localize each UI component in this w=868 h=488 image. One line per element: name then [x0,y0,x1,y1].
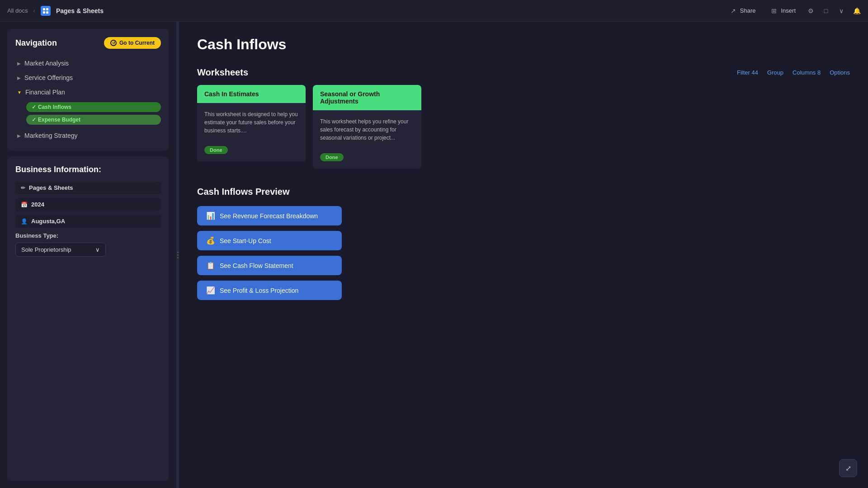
worksheet-card-cash-in-estimates[interactable]: Cash In Estimates This worksheet is desi… [197,85,306,169]
expand-icon: ⤢ [845,464,851,473]
navigation-panel: Navigation ↺ Go to Current ▶ Market Anal… [7,29,169,151]
main-layout: Navigation ↺ Go to Current ▶ Market Anal… [0,22,868,488]
checkmark-icon: ✓ [32,117,36,123]
business-type-label: Business Type: [15,232,161,239]
worksheet-card-body: This worksheet helps you refine your sal… [313,110,421,149]
worksheets-section-header: Worksheets Filter 44 Group Columns 8 Opt… [197,67,850,78]
worksheet-card-seasonal-growth[interactable]: Seasonal or Growth Adjustments This work… [313,85,421,169]
chart-icon: 📊 [206,211,215,220]
chevron-right-icon: ▶ [17,75,21,80]
trend-icon: 📈 [206,286,215,295]
topbar: All docs ‹ Pages & Sheets ↗ Share ⊞ Inse… [0,0,868,22]
business-info-title: Business Information: [15,164,161,175]
worksheet-card-footer: Done [197,142,306,161]
worksheet-card-footer: Done [313,149,421,169]
go-to-current-icon: ↺ [110,40,117,46]
svg-rect-3 [46,11,48,14]
svg-rect-1 [46,8,48,10]
expand-button[interactable]: ⤢ [839,459,857,477]
dropdown-chevron-icon: ∨ [95,246,100,253]
go-to-current-button[interactable]: ↺ Go to Current [104,37,161,49]
done-badge: Done [204,146,228,154]
business-year-field: 📅 2024 [15,198,161,211]
sidebar-item-market-analysis[interactable]: ▶ Market Analysis [15,56,161,70]
chevron-down-icon: ▼ [17,90,22,95]
insert-button[interactable]: ⊞ Insert [766,5,799,17]
preview-title: Cash Inflows Preview [197,187,850,197]
sidebar-item-expense-budget[interactable]: ✓ Expense Budget [26,115,161,125]
chevron-right-icon: ▶ [17,61,21,66]
worksheet-card-header: Seasonal or Growth Adjustments [313,85,421,110]
resize-dots [177,252,179,258]
group-button[interactable]: Group [767,69,783,76]
topbar-right: ↗ Share ⊞ Insert ⚙ □ ∨ 🔔 [726,5,861,17]
see-cash-flow-button[interactable]: 📋 See Cash Flow Statement [197,256,342,275]
see-profit-loss-button[interactable]: 📈 See Profit & Loss Projection [197,281,342,300]
sidebar: Navigation ↺ Go to Current ▶ Market Anal… [0,22,176,488]
cash-inflows-preview-section: Cash Inflows Preview 📊 See Revenue Forec… [197,187,850,300]
sidebar-item-marketing-strategy[interactable]: ▶ Marketing Strategy [15,128,161,143]
svg-rect-2 [43,11,45,14]
filter-button[interactable]: Filter 44 [737,69,758,76]
options-button[interactable]: Options [830,69,850,76]
done-badge: Done [320,153,344,161]
edit-icon: ✏ [21,185,25,191]
business-type-dropdown[interactable]: Sole Proprietorship ∨ [15,243,106,257]
share-icon: ↗ [729,7,737,15]
location-icon: 👤 [21,218,28,225]
see-startup-cost-button[interactable]: 💰 See Start-Up Cost [197,231,342,250]
preview-buttons: 📊 See Revenue Forecast Breakdown 💰 See S… [197,206,342,300]
document-icon: 📋 [206,261,215,270]
topbar-left: All docs ‹ Pages & Sheets [7,6,718,16]
sidebar-item-service-offerings[interactable]: ▶ Service Offerings [15,70,161,85]
main-content: Cash Inflows Worksheets Filter 44 Group … [179,22,868,488]
page-title: Cash Inflows [197,36,850,53]
financial-plan-sub-items: ✓ Cash Inflows ✓ Expense Budget [15,102,161,125]
app-title: Pages & Sheets [56,7,104,14]
business-location-field: 👤 Augusta,GA [15,215,161,228]
insert-icon: ⊞ [770,7,778,15]
settings-icon[interactable]: ⚙ [807,7,815,15]
see-revenue-forecast-button[interactable]: 📊 See Revenue Forecast Breakdown [197,206,342,225]
sidebar-item-cash-inflows[interactable]: ✓ Cash Inflows [26,102,161,112]
business-info-panel: Business Information: ✏ Pages & Sheets 📅… [7,156,169,481]
sidebar-item-financial-plan[interactable]: ▼ Financial Plan [15,85,161,99]
nav-header: Navigation ↺ Go to Current [15,37,161,49]
chevron-right-icon: ▶ [17,133,21,138]
worksheet-card-header: Cash In Estimates [197,85,306,103]
breadcrumb-separator: ‹ [33,7,35,14]
all-docs-link[interactable]: All docs [7,7,28,14]
columns-button[interactable]: Columns 8 [793,69,821,76]
worksheets-grid: Cash In Estimates This worksheet is desi… [197,85,850,169]
checkmark-icon: ✓ [32,104,36,110]
calendar-icon: 📅 [21,202,28,208]
user-icon[interactable]: □ [822,7,830,15]
svg-rect-0 [43,8,45,10]
notification-icon[interactable]: 🔔 [853,7,861,15]
worksheet-card-body: This worksheet is designed to help you e… [197,103,306,142]
app-icon [41,6,51,16]
business-name-field: ✏ Pages & Sheets [15,181,161,194]
share-button[interactable]: ↗ Share [726,5,760,17]
money-icon: 💰 [206,236,215,245]
worksheets-title: Worksheets [197,67,248,78]
chevron-down-icon[interactable]: ∨ [837,7,845,15]
worksheets-controls: Filter 44 Group Columns 8 Options [737,69,850,76]
nav-title: Navigation [15,38,57,48]
